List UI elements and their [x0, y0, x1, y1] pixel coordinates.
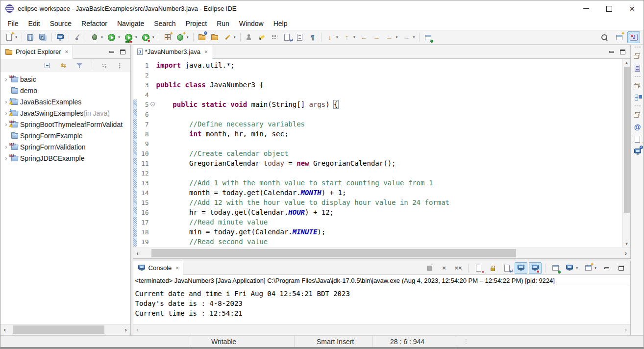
editor-hscrollbar[interactable]: ‹ ›: [133, 248, 630, 258]
console-hscrollbar[interactable]: ‹ ›: [133, 324, 630, 335]
pin-button[interactable]: [71, 31, 84, 43]
open-console-button[interactable]: ✦▼: [582, 262, 599, 274]
save-button[interactable]: [24, 31, 37, 43]
menu-window[interactable]: Window: [234, 18, 269, 29]
scroll-left-icon[interactable]: ‹: [133, 326, 142, 333]
tree-item-javabasicexamples[interactable]: ›JJavaBasicExamples: [0, 96, 130, 107]
menu-project[interactable]: Project: [181, 18, 212, 29]
forward-to-file-button[interactable]: →: [371, 31, 383, 43]
fold-marker-icon[interactable]: [149, 100, 156, 109]
restore-view-1-button[interactable]: [633, 51, 643, 61]
tab-console[interactable]: Console ×: [133, 261, 184, 275]
restore-view-2-button[interactable]: [633, 80, 643, 90]
scroll-thumb[interactable]: [624, 67, 630, 213]
profile-button[interactable]: ▼: [140, 31, 157, 43]
chevron-down-icon[interactable]: ▼: [353, 36, 356, 39]
maximize-view-button[interactable]: [120, 50, 125, 54]
scroll-lock-button[interactable]: [486, 262, 499, 274]
search-button[interactable]: [598, 31, 611, 43]
scroll-right-icon[interactable]: ›: [621, 326, 630, 333]
java-search-button[interactable]: ▼: [221, 31, 238, 43]
code-editor[interactable]: 1import java.util.*;23public class JavaN…: [133, 59, 622, 248]
forward-button[interactable]: →▼: [400, 31, 418, 43]
scroll-track[interactable]: [9, 324, 122, 335]
previous-annotation-button[interactable]: ↑▼: [341, 31, 358, 43]
scroll-right-icon[interactable]: ›: [621, 249, 630, 257]
minimize-view-button[interactable]: [109, 50, 114, 53]
task-list-view-button[interactable]: [633, 93, 643, 102]
focus-button[interactable]: [98, 60, 110, 72]
chevron-down-icon[interactable]: ▼: [413, 36, 416, 39]
code-line-8[interactable]: 8 int month, hr, min, sec;: [133, 129, 622, 139]
search-view-button[interactable]: [633, 147, 643, 156]
tree-item-javaswingexamples[interactable]: ›JJavaSwingExamples (in Java): [0, 107, 130, 119]
code-line-9[interactable]: 9: [133, 139, 622, 149]
scroll-up-icon[interactable]: ▲: [625, 59, 629, 67]
scroll-left-icon[interactable]: ‹: [133, 249, 142, 257]
scroll-left-icon[interactable]: ‹: [0, 326, 9, 333]
chevron-down-icon[interactable]: ▼: [135, 36, 138, 39]
chevron-down-icon[interactable]: ▼: [396, 36, 398, 39]
close-icon[interactable]: ×: [204, 49, 208, 55]
chevron-down-icon[interactable]: ▼: [594, 267, 597, 270]
code-line-6[interactable]: 6: [133, 109, 622, 119]
code-line-11[interactable]: 11 GregorianCalendar today = new Gregori…: [133, 158, 622, 168]
menu-source[interactable]: Source: [45, 18, 76, 29]
declaration-view-button[interactable]: →: [633, 134, 643, 144]
menu-help[interactable]: Help: [269, 18, 293, 29]
code-line-3[interactable]: 3public class JavaNumber3 {: [133, 80, 622, 90]
javadoc-view-button[interactable]: @: [633, 122, 643, 132]
terminate-button[interactable]: [423, 262, 436, 274]
tree-item-springbootthymeleafformvalidat[interactable]: ›MJSpringBootThymeleafFormValidat: [0, 119, 130, 130]
menu-refactor[interactable]: Refactor: [76, 18, 112, 29]
back-button[interactable]: ←▼: [383, 31, 400, 43]
code-line-18[interactable]: 18 min = today.get(Calendar.MINUTE);: [133, 227, 622, 237]
scroll-thumb[interactable]: [13, 325, 104, 334]
pin-editor-button[interactable]: [421, 31, 434, 43]
tree-item-springjdbcexample[interactable]: ›MJSpringJDBCExample: [0, 152, 130, 164]
restore-view-3-button[interactable]: [633, 110, 643, 120]
code-line-5[interactable]: 5 public static void main(String[] args)…: [133, 100, 622, 109]
code-line-13[interactable]: 13 //Add 1 with the month value to start…: [133, 178, 622, 188]
last-edit-location-button[interactable]: ↵: [281, 31, 294, 43]
open-type-button[interactable]: [196, 31, 208, 43]
chevron-down-icon[interactable]: ▼: [15, 36, 18, 39]
chevron-down-icon[interactable]: ▼: [152, 36, 155, 39]
tree-item-basic[interactable]: ›MJbasic: [0, 74, 130, 85]
expander-icon[interactable]: ›: [3, 143, 9, 150]
tab-editor-javanumber3[interactable]: *JavaNumber3.java ×: [133, 45, 212, 59]
show-stderr-button[interactable]: [529, 262, 542, 274]
word-wrap-button[interactable]: ↵: [500, 262, 513, 274]
tree-item-demo[interactable]: demo: [0, 85, 130, 96]
new-java-project-button[interactable]: ✦: [161, 31, 174, 43]
display-console-button[interactable]: ▼: [563, 262, 580, 274]
show-stdout-button[interactable]: [515, 262, 527, 274]
close-icon[interactable]: ×: [175, 265, 179, 272]
chevron-down-icon[interactable]: ▼: [118, 36, 121, 39]
coverage-button[interactable]: ▼: [123, 31, 140, 43]
menu-file[interactable]: File: [2, 18, 24, 29]
open-perspective-button[interactable]: ✦: [613, 31, 625, 43]
code-line-10[interactable]: 10 //Create calendar object: [133, 149, 622, 158]
clear-console-button[interactable]: ×: [472, 262, 485, 274]
minimize-console-button[interactable]: [600, 262, 613, 274]
back-to-file-button[interactable]: ←: [358, 31, 371, 43]
expander-icon[interactable]: ›: [3, 75, 9, 83]
chevron-down-icon[interactable]: ▼: [233, 36, 236, 39]
scroll-down-icon[interactable]: ▼: [625, 240, 629, 248]
new-web-service-button[interactable]: ✦▼: [174, 31, 191, 43]
chevron-down-icon[interactable]: ▼: [336, 36, 339, 39]
scroll-thumb[interactable]: [151, 249, 516, 257]
highlighter-button[interactable]: [255, 31, 268, 43]
editor-vscrollbar[interactable]: ▲ ▼: [622, 59, 630, 248]
view-menu-button[interactable]: ⋮: [114, 60, 126, 72]
external-tools-button[interactable]: [243, 31, 255, 43]
show-selected-element-button[interactable]: [294, 31, 306, 43]
scroll-track[interactable]: [142, 324, 621, 335]
next-annotation-button[interactable]: ↓▼: [323, 31, 341, 43]
maximize-console-button[interactable]: [615, 262, 627, 274]
link-with-editor-button[interactable]: ⇆: [57, 60, 70, 72]
outline-view-button[interactable]: [633, 63, 643, 73]
code-line-15[interactable]: 15 //Add 12 with the hour value to displ…: [133, 198, 622, 207]
menu-search[interactable]: Search: [149, 18, 180, 29]
